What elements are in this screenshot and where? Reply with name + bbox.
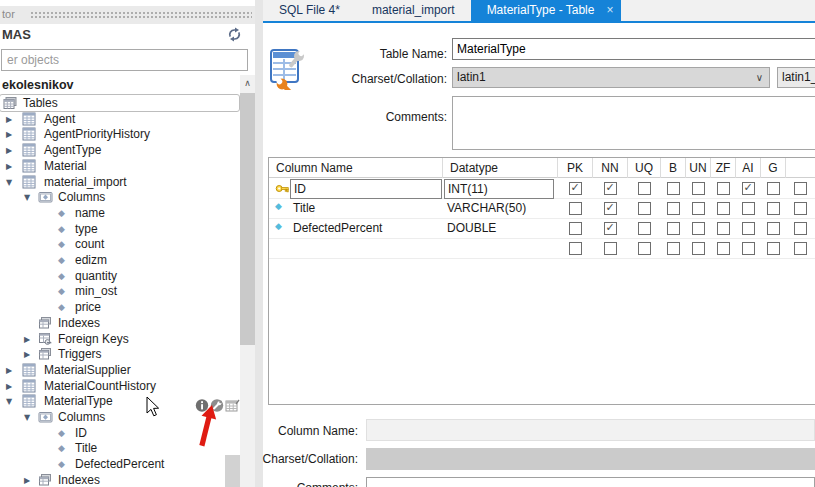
scrollbar-up-arrow-icon[interactable]: ∧: [240, 75, 255, 92]
column-name-cell[interactable]: Title: [290, 199, 442, 219]
tab-material-import[interactable]: material_import: [356, 0, 471, 21]
checkbox-ai[interactable]: [742, 222, 755, 235]
tree-item-edizm[interactable]: ◆edizm: [0, 252, 239, 268]
grid-header-cell[interactable]: UQ: [628, 158, 661, 178]
tree-item-indexes[interactable]: Indexes: [0, 315, 239, 331]
checkbox-b[interactable]: [667, 222, 680, 235]
tree-item-materialsupplier[interactable]: ▶MaterialSupplier: [0, 362, 239, 378]
grid-header-cell[interactable]: ZF: [711, 158, 736, 178]
edit-table-icon[interactable]: [225, 398, 240, 413]
tree-item-tables[interactable]: Tables: [0, 95, 239, 111]
checkbox-uq[interactable]: [638, 182, 651, 195]
tree-expand-icon[interactable]: ▶: [24, 347, 30, 363]
tree-item-agent[interactable]: ▶Agent: [0, 111, 239, 127]
table-name-input[interactable]: [452, 38, 815, 60]
grid-row-title[interactable]: ◆TitleVARCHAR(50): [269, 199, 815, 219]
collation-combo[interactable]: latin1_: [777, 67, 815, 88]
bottom-charset-combo[interactable]: [366, 448, 815, 470]
tab-sql-file-4-[interactable]: SQL File 4*: [263, 0, 356, 21]
info-icon[interactable]: [195, 398, 209, 413]
tree-item-agenttype[interactable]: ▶AgentType: [0, 142, 239, 158]
bottom-comments-input[interactable]: [366, 477, 815, 487]
tree-expand-icon[interactable]: ▶: [6, 127, 12, 143]
tree-collapse-icon[interactable]: ▼: [6, 175, 12, 191]
wrench-icon[interactable]: [210, 398, 224, 413]
grid-header-cell[interactable]: B: [661, 158, 686, 178]
tree-item-material-import[interactable]: ▼material_import: [0, 174, 239, 190]
checkbox-b[interactable]: [667, 202, 680, 215]
datatype-cell[interactable]: INT(11): [444, 179, 554, 199]
column-name-cell[interactable]: DefectedPercent: [290, 219, 442, 239]
tree-item-quantity[interactable]: ◆quantity: [0, 268, 239, 284]
panel-splitter[interactable]: [255, 0, 263, 487]
bottom-column-name-input[interactable]: [366, 419, 815, 441]
tree-expand-icon[interactable]: ▶: [24, 473, 30, 487]
grid-header-cell[interactable]: Datatype: [443, 158, 558, 178]
checkbox-g[interactable]: [767, 222, 780, 235]
column-name-cell[interactable]: ID: [290, 179, 442, 199]
checkbox-nn[interactable]: [604, 202, 617, 215]
checkbox-uq[interactable]: [638, 222, 651, 235]
checkbox-nn[interactable]: [604, 242, 617, 255]
checkbox-b[interactable]: [667, 182, 680, 195]
grid-header-cell[interactable]: G: [761, 158, 786, 178]
tree-item-id[interactable]: ◆ID: [0, 425, 239, 441]
checkbox-pk[interactable]: [569, 222, 582, 235]
checkbox-extra[interactable]: [794, 202, 807, 215]
columns-grid[interactable]: Column NameDatatypePKNNUQBUNZFAIGIDINT(1…: [268, 157, 815, 405]
checkbox-extra[interactable]: [794, 222, 807, 235]
checkbox-pk[interactable]: [569, 182, 582, 195]
checkbox-nn[interactable]: [604, 222, 617, 235]
tab-close-icon[interactable]: ×: [606, 3, 613, 17]
tree-expand-icon[interactable]: ▶: [6, 363, 12, 379]
tree-expand-icon[interactable]: ▶: [6, 143, 12, 159]
checkbox-zf[interactable]: [717, 182, 730, 195]
grid-header-cell[interactable]: [786, 158, 815, 178]
tree-item-columns[interactable]: ▼Columns: [0, 189, 239, 205]
grid-row-new[interactable]: [269, 239, 815, 259]
tree-collapse-icon[interactable]: ▼: [24, 410, 30, 426]
grid-row-id[interactable]: IDINT(11): [269, 179, 815, 199]
tab-materialtype-table[interactable]: MaterialType - Table×: [471, 0, 622, 21]
checkbox-b[interactable]: [667, 242, 680, 255]
tree-item-material[interactable]: ▶Material: [0, 158, 239, 174]
tree-expand-icon[interactable]: ▶: [6, 159, 12, 175]
datatype-cell[interactable]: VARCHAR(50): [444, 199, 554, 219]
tree-item-count[interactable]: ◆count: [0, 236, 239, 252]
tree-expand-icon[interactable]: ▶: [6, 379, 12, 395]
checkbox-ai[interactable]: [742, 242, 755, 255]
tree-item-min-ost[interactable]: ◆min_ost: [0, 283, 239, 299]
tree-collapse-icon[interactable]: ▼: [24, 190, 30, 206]
tree-collapse-icon[interactable]: ▼: [6, 394, 12, 410]
tree-item-name[interactable]: ◆name: [0, 205, 239, 221]
checkbox-uq[interactable]: [638, 242, 651, 255]
tree-item-foreign-keys[interactable]: ▶Foreign Keys: [0, 331, 239, 347]
tree-item-type[interactable]: ◆type: [0, 221, 239, 237]
checkbox-g[interactable]: [767, 182, 780, 195]
tree-item-defectedpercent[interactable]: ◆DefectedPercent: [0, 456, 239, 472]
checkbox-g[interactable]: [767, 242, 780, 255]
checkbox-un[interactable]: [692, 202, 705, 215]
datatype-cell[interactable]: DOUBLE: [444, 219, 554, 239]
charset-combo[interactable]: latin1 ∨: [452, 67, 770, 88]
checkbox-pk[interactable]: [569, 242, 582, 255]
tree-item-materialcounthistory[interactable]: ▶MaterialCountHistory: [0, 378, 239, 394]
tree-expand-icon[interactable]: ▶: [6, 112, 12, 128]
checkbox-zf[interactable]: [717, 242, 730, 255]
checkbox-ai[interactable]: [742, 202, 755, 215]
tree-item-title[interactable]: ◆Title: [0, 440, 239, 456]
checkbox-zf[interactable]: [717, 222, 730, 235]
checkbox-pk[interactable]: [569, 202, 582, 215]
checkbox-un[interactable]: [692, 242, 705, 255]
grid-header-cell[interactable]: NN: [593, 158, 628, 178]
checkbox-extra[interactable]: [794, 182, 807, 195]
tree-item-price[interactable]: ◆price: [0, 299, 239, 315]
grid-row-defectedpercent[interactable]: ◆DefectedPercentDOUBLE: [269, 219, 815, 239]
comments-textarea[interactable]: [452, 96, 815, 150]
grid-header-cell[interactable]: UN: [686, 158, 711, 178]
tree-item-agentpriorityhistory[interactable]: ▶AgentPriorityHistory: [0, 126, 239, 142]
checkbox-zf[interactable]: [717, 202, 730, 215]
checkbox-extra[interactable]: [794, 242, 807, 255]
grid-header-cell[interactable]: AI: [736, 158, 761, 178]
tree-expand-icon[interactable]: ▶: [24, 332, 30, 348]
